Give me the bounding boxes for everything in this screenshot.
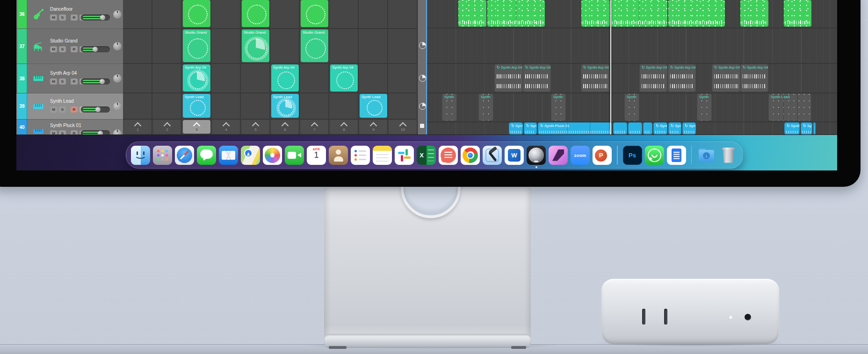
track-name[interactable]: Synth Pluck 01 [50,123,81,128]
mute-button[interactable]: M [50,130,57,135]
scene-trigger-1[interactable]: 1 [124,120,152,134]
reminders-icon[interactable] [351,146,370,165]
contacts-icon[interactable] [329,146,348,165]
word-icon[interactable]: W [505,146,524,165]
loop-cell-synth-lead[interactable]: Synth Lead [183,94,210,118]
solo-button[interactable]: S [59,46,66,52]
track-header-synth-arp[interactable]: 38 Synth Arp 04 M S R I [16,64,123,93]
chrome-icon[interactable] [461,146,480,165]
facetime-icon[interactable] [285,146,304,165]
midi-region-dancefloor[interactable] [740,0,768,27]
track-header-studio-grand[interactable]: 37 Studio Grand M S R I [16,29,123,64]
pan-knob[interactable] [113,102,122,111]
safari-icon[interactable] [175,146,194,165]
volume-slider[interactable] [81,130,110,135]
mute-button[interactable]: M [50,46,57,52]
slack-icon[interactable] [395,146,414,165]
mute-button[interactable]: M [50,78,57,85]
scene-trigger-7[interactable]: 7 [301,120,328,134]
loop-cell-synth-arp[interactable]: Synth Arp 04 [330,64,358,92]
record-button[interactable]: R [71,46,78,52]
queue-pie-icon[interactable] [419,42,426,49]
queue-pie-icon[interactable] [419,75,426,82]
region-synth-lead[interactable]: Synth Lead [768,93,811,121]
scene-trigger-4[interactable]: 4 [212,120,240,134]
volume-slider[interactable] [81,46,110,52]
loop-cell-studio-grand-playing[interactable]: Studio Grand [242,29,269,62]
scene-trigger-10[interactable]: 10 [389,120,417,134]
track-header-synth-pluck[interactable]: 40 Synth Pluck 01 M S R I [16,120,123,135]
trash-icon[interactable] [719,146,738,165]
scene-trigger-5[interactable]: 5 [242,120,269,134]
volume-slider[interactable] [81,14,110,21]
region-synth-pluck[interactable]: ↻ Synt [682,122,696,135]
track-header-dancefloor[interactable]: 36 Dancefloor M S R I [16,0,123,29]
region-synth-arp[interactable]: ↻ Synth Arp 04 [581,64,609,92]
region-synth-pluck[interactable]: ↻ Synt [524,122,537,135]
whatsapp-icon[interactable] [645,146,664,165]
pan-knob[interactable] [113,129,122,135]
track-name[interactable]: Studio Grand [50,38,78,43]
midi-region-dancefloor[interactable] [581,0,610,27]
record-button-armed[interactable]: R [71,106,78,113]
region-synth[interactable]: Synth [697,93,712,121]
region-synth[interactable]: Synth [442,93,457,121]
loop-cell-synth-lead[interactable]: Synth Lead [360,94,387,118]
quip-icon[interactable] [439,146,458,165]
record-button[interactable]: R [71,14,78,21]
midi-region-dancefloor[interactable] [487,0,545,27]
loop-cell-studio-grand[interactable]: Studio Grand [183,29,210,62]
region-synth-pluck[interactable]: ↻ Synt [509,122,523,135]
logic-pro-icon[interactable] [527,146,546,165]
midi-region-dancefloor[interactable] [611,0,667,27]
loop-cell-synth-arp-playing[interactable]: Synth Arp 04 [183,64,210,92]
region-synth[interactable]: Synth [478,93,493,121]
mute-button[interactable]: M [50,106,57,113]
track-header-synth-lead[interactable]: 39 Synth Lead M S R I [16,93,123,120]
region-synth-arp[interactable]: ↻ Synth Arp 04 [668,64,696,92]
launchpad-icon[interactable] [153,146,172,165]
record-button[interactable]: R [71,130,78,135]
midi-region-dancefloor[interactable] [458,0,486,27]
scene-trigger-2[interactable]: 2 [153,120,181,134]
scene-trigger-9[interactable]: 9 [360,120,387,134]
loop-cell-dancefloor[interactable] [242,0,269,27]
solo-button[interactable]: S [59,106,66,113]
finder-icon[interactable] [131,146,150,165]
affinity-photo-icon[interactable] [549,146,568,165]
google-docs-icon[interactable] [667,146,686,165]
xcode-icon[interactable] [483,146,502,165]
region-synth-pluck[interactable] [628,122,642,135]
calendar-icon[interactable]: APR1 [307,146,326,165]
region-synth-pluck[interactable]: ↻ Synt [653,122,667,135]
region-synth-pluck[interactable]: ↻ Synth Pluck 01 [538,122,612,135]
region-synth-arp[interactable]: ↻ Synth Arp 04 [494,64,523,92]
region-synth[interactable]: Synth [551,93,566,121]
region-synth[interactable]: Synth [624,93,639,121]
solo-button[interactable]: S [59,14,66,21]
solo-button[interactable]: S [59,78,66,85]
queue-pie-icon[interactable] [419,103,426,110]
scene-trigger-6[interactable]: 6 [271,120,299,134]
maps-icon[interactable] [241,146,260,165]
loop-cell-synth-arp[interactable]: Synth Arp 04 [271,64,299,92]
loop-cell-studio-grand[interactable]: Studio Grand [301,29,328,62]
photoshop-icon[interactable]: Ps [623,146,642,165]
loop-cell-synth-lead-playing[interactable]: Synth Lead [271,94,299,118]
region-synth-arp[interactable]: ↻ Synth Arp 04 [740,64,768,92]
scene-trigger-8[interactable]: 8 [330,120,358,134]
pan-knob[interactable] [113,10,122,19]
stop-all-icon[interactable] [420,124,424,128]
powerpoint-icon[interactable]: P [593,146,612,165]
region-synth-pluck[interactable] [813,122,816,135]
record-button[interactable]: R [71,78,78,85]
scene-trigger-3-active[interactable]: 3 [183,120,210,134]
mail-icon[interactable] [219,146,238,165]
photos-icon[interactable] [263,146,282,165]
loop-cell-dancefloor[interactable] [301,0,328,27]
messages-icon[interactable] [197,146,216,165]
midi-region-dancefloor[interactable] [668,0,725,27]
mute-button[interactable]: M [50,14,57,21]
region-synth-arp[interactable]: ↻ Synth Arp 04 [523,64,551,92]
track-name[interactable]: Synth Lead [50,99,74,104]
